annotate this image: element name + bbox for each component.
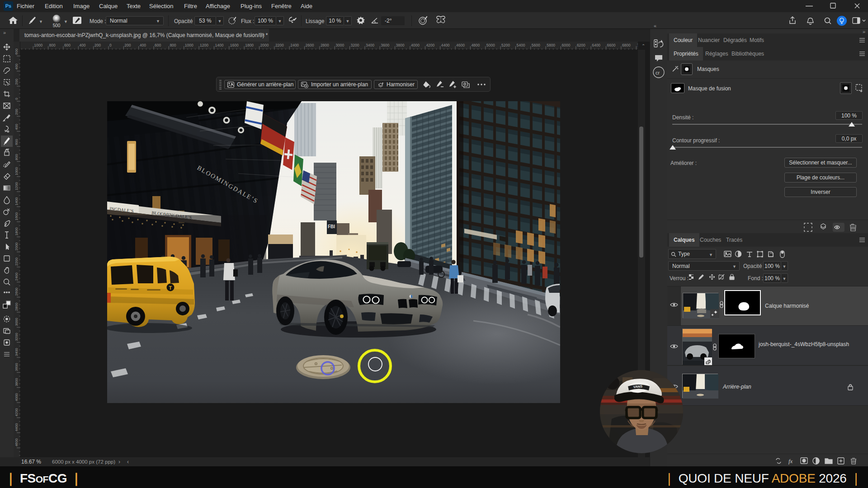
svg-text:1000: 1000 (185, 43, 193, 47)
svg-text:2800: 2800 (321, 43, 329, 47)
svg-text:3400: 3400 (14, 348, 19, 356)
svg-text:2400: 2400 (290, 43, 299, 47)
svg-text:cr: cr (656, 70, 660, 75)
svg-text:2400: 2400 (14, 272, 19, 281)
svg-text:3000: 3000 (335, 43, 344, 47)
svg-text:1400: 1400 (215, 43, 224, 47)
svg-text:1600: 1600 (14, 212, 19, 220)
svg-text:1000: 1000 (14, 167, 19, 175)
svg-text:3800: 3800 (14, 378, 19, 386)
svg-text:4200: 4200 (426, 43, 434, 47)
svg-text:6800: 6800 (622, 43, 631, 47)
svg-text:1800: 1800 (245, 43, 254, 47)
svg-text:2000: 2000 (260, 43, 269, 47)
svg-text:2800: 2800 (14, 303, 19, 311)
svg-text:4600: 4600 (14, 438, 19, 446)
svg-text:3000: 3000 (14, 318, 19, 326)
svg-text:200: 200 (124, 43, 131, 47)
svg-text:VANS: VANS (633, 384, 642, 389)
svg-text:0: 0 (14, 98, 19, 100)
svg-text:4400: 4400 (441, 43, 450, 47)
svg-text:3600: 3600 (381, 43, 389, 47)
svg-text:600: 600 (64, 43, 71, 47)
svg-text:3600: 3600 (14, 363, 19, 371)
svg-text:1600: 1600 (230, 43, 239, 47)
svg-text:2000: 2000 (14, 242, 19, 250)
svg-text:1200: 1200 (14, 182, 19, 190)
svg-text:200: 200 (14, 79, 19, 85)
svg-text:6400: 6400 (592, 43, 600, 47)
svg-text:600: 600 (14, 139, 19, 145)
svg-text:400: 400 (140, 43, 146, 47)
svg-text:4800: 4800 (471, 43, 480, 47)
svg-text:200: 200 (14, 108, 19, 115)
svg-text:6600: 6600 (607, 43, 616, 47)
svg-text:0: 0 (109, 43, 112, 47)
svg-text:4000: 4000 (411, 43, 420, 47)
svg-text:3800: 3800 (396, 43, 405, 47)
svg-text:5800: 5800 (547, 43, 555, 47)
svg-text:2200: 2200 (14, 258, 19, 266)
svg-text:FBI: FBI (328, 224, 335, 229)
svg-text:5000: 5000 (486, 43, 495, 47)
svg-text:3200: 3200 (14, 333, 19, 341)
svg-text:1400: 1400 (14, 197, 19, 205)
svg-text:4000: 4000 (14, 393, 19, 401)
svg-text:800: 800 (14, 154, 19, 160)
svg-text:3400: 3400 (366, 43, 374, 47)
svg-text:4600: 4600 (456, 43, 465, 47)
svg-text:5200: 5200 (501, 43, 510, 47)
svg-text:400: 400 (14, 124, 19, 130)
svg-text:6200: 6200 (577, 43, 585, 47)
svg-text:4400: 4400 (14, 423, 19, 431)
svg-text:4200: 4200 (14, 408, 19, 416)
svg-text:1800: 1800 (14, 227, 19, 235)
svg-text:2600: 2600 (14, 287, 19, 296)
svg-text:T: T (169, 285, 172, 291)
svg-text:5600: 5600 (532, 43, 540, 47)
svg-text:200: 200 (94, 43, 101, 47)
svg-text:400: 400 (79, 43, 85, 47)
svg-text:600: 600 (155, 43, 161, 47)
svg-text:600: 600 (14, 48, 19, 55)
svg-text:3200: 3200 (351, 43, 359, 47)
svg-text:1000: 1000 (34, 43, 42, 47)
svg-text:400: 400 (14, 63, 19, 70)
svg-text:fx: fx (788, 458, 793, 465)
svg-text:2200: 2200 (275, 43, 284, 47)
svg-text:7000: 7000 (637, 43, 638, 47)
svg-text:800: 800 (49, 43, 56, 47)
svg-text:1200: 1200 (200, 43, 208, 47)
svg-text:800: 800 (170, 43, 176, 47)
svg-text:5400: 5400 (517, 43, 525, 47)
svg-text:2600: 2600 (306, 43, 314, 47)
svg-text:6000: 6000 (562, 43, 571, 47)
